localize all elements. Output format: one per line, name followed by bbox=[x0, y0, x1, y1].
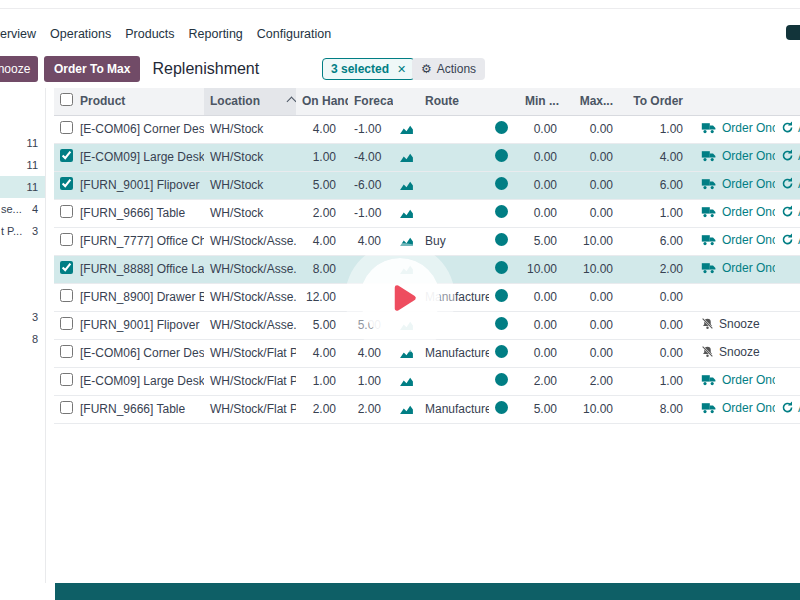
sidebar-item[interactable]: se...4 bbox=[0, 198, 45, 220]
order-once-button[interactable]: Order Once bbox=[701, 149, 775, 163]
order-once-button[interactable]: Order Once bbox=[701, 261, 775, 275]
video-play-overlay[interactable] bbox=[360, 258, 440, 338]
order-once-button[interactable]: Order Once bbox=[701, 205, 775, 219]
row-checkbox[interactable] bbox=[60, 149, 73, 162]
min-cell: 0.00 bbox=[519, 143, 569, 171]
sidebar-item[interactable]: 11 bbox=[0, 176, 45, 198]
sidebar-item[interactable]: 11 bbox=[0, 154, 45, 176]
product-cell: [E-COM09] Large Desk bbox=[74, 367, 204, 395]
header-forecast[interactable]: Forecast bbox=[348, 88, 393, 115]
header-location[interactable]: Location bbox=[204, 88, 296, 115]
refresh-icon bbox=[781, 205, 794, 218]
table-row[interactable]: [FURN_9001] Flipover WH/Stock 5.00 -6.00… bbox=[54, 171, 800, 199]
order-once-button[interactable]: Order Once bbox=[701, 121, 775, 135]
forecast-chart-icon[interactable] bbox=[399, 178, 414, 192]
min-cell: 0.00 bbox=[519, 115, 569, 143]
info-icon[interactable] bbox=[495, 205, 508, 218]
info-icon[interactable] bbox=[495, 373, 508, 386]
forecast-chart-icon[interactable] bbox=[399, 346, 414, 360]
order-once-button[interactable]: Order Once bbox=[701, 373, 775, 387]
table-row[interactable]: [E-COM06] Corner Desk ... WH/Stock/Flat … bbox=[54, 339, 800, 367]
row-checkbox[interactable] bbox=[60, 373, 73, 386]
sidebar-item[interactable]: 8 bbox=[0, 328, 45, 350]
header-min[interactable]: Min ... bbox=[519, 88, 569, 115]
automate-cell bbox=[775, 311, 800, 339]
info-icon[interactable] bbox=[495, 401, 508, 414]
table-row[interactable]: [E-COM06] Corner Desk ... WH/Stock 4.00 … bbox=[54, 115, 800, 143]
info-cell bbox=[489, 283, 519, 311]
table-row[interactable]: [FURN_9666] Table WH/Stock/Flat P... 2.0… bbox=[54, 395, 800, 423]
info-icon[interactable] bbox=[495, 149, 508, 162]
snooze-button[interactable]: Snooze bbox=[0, 56, 38, 82]
messages-icon[interactable] bbox=[786, 25, 800, 40]
forecast-chart-icon[interactable] bbox=[399, 150, 414, 164]
info-icon[interactable] bbox=[495, 121, 508, 134]
row-checkbox[interactable] bbox=[60, 317, 73, 330]
nav-item[interactable]: Operations bbox=[50, 27, 111, 41]
select-all-checkbox[interactable] bbox=[60, 93, 73, 106]
automate-button[interactable]: Aut bbox=[781, 233, 800, 247]
table-row[interactable]: [E-COM09] Large Desk WH/Stock 1.00 -4.00… bbox=[54, 143, 800, 171]
automate-button[interactable]: Aut bbox=[781, 401, 800, 415]
row-checkbox[interactable] bbox=[60, 205, 73, 218]
nav-item[interactable]: Overview bbox=[0, 27, 36, 41]
order-once-button[interactable]: Order Once bbox=[701, 233, 775, 247]
row-checkbox[interactable] bbox=[60, 345, 73, 358]
order-once-label: Order Once bbox=[722, 205, 775, 219]
sidebar-item[interactable]: 3 bbox=[0, 306, 45, 328]
forecast-chart-icon[interactable] bbox=[399, 402, 414, 416]
header-route[interactable]: Route bbox=[419, 88, 489, 115]
table-row[interactable]: [FURN_9666] Table WH/Stock 2.00 -1.00 0.… bbox=[54, 199, 800, 227]
info-icon[interactable] bbox=[495, 233, 508, 246]
sidebar-item[interactable]: t P...3 bbox=[0, 220, 45, 242]
order-once-button[interactable]: Order Once bbox=[701, 177, 775, 191]
to-order-cell: 4.00 bbox=[625, 143, 695, 171]
row-checkbox[interactable] bbox=[60, 401, 73, 414]
clear-selection-icon[interactable]: ✕ bbox=[397, 63, 406, 76]
location-cell: WH/Stock/Asse... bbox=[204, 283, 296, 311]
actions-button[interactable]: ⚙ Actions bbox=[412, 58, 485, 80]
row-checkbox[interactable] bbox=[60, 233, 73, 246]
info-icon[interactable] bbox=[495, 289, 508, 302]
order-once-label: Order Once bbox=[722, 401, 775, 415]
nav-item[interactable]: Reporting bbox=[189, 27, 243, 41]
automate-cell: Aut bbox=[775, 143, 800, 171]
nav-item[interactable]: Configuration bbox=[257, 27, 331, 41]
product-cell: [E-COM09] Large Desk bbox=[74, 143, 204, 171]
automate-button[interactable]: Aut bbox=[781, 121, 800, 135]
forecast-chart-icon[interactable] bbox=[399, 374, 414, 388]
info-icon[interactable] bbox=[495, 261, 508, 274]
table-row[interactable]: [E-COM09] Large Desk WH/Stock/Flat P... … bbox=[54, 367, 800, 395]
snooze-row-button[interactable]: Snooze bbox=[701, 317, 760, 331]
nav-item[interactable]: Products bbox=[125, 27, 174, 41]
info-icon[interactable] bbox=[495, 177, 508, 190]
header-info-spacer bbox=[489, 88, 519, 115]
row-check-cell bbox=[54, 227, 74, 255]
snooze-row-button[interactable]: Snooze bbox=[701, 345, 760, 359]
header-max[interactable]: Max... bbox=[569, 88, 625, 115]
side-group-1: 38 bbox=[0, 306, 45, 350]
automate-button[interactable]: Aut bbox=[781, 149, 800, 163]
forecast-chart-icon[interactable] bbox=[399, 206, 414, 220]
table-row[interactable]: [FURN_7777] Office Chair WH/Stock/Asse..… bbox=[54, 227, 800, 255]
order-to-max-button[interactable]: Order To Max bbox=[44, 56, 140, 82]
header-on-hand[interactable]: On Hand bbox=[296, 88, 348, 115]
row-checkbox[interactable] bbox=[60, 289, 73, 302]
forecast-chart-icon[interactable] bbox=[399, 234, 414, 248]
row-check-cell bbox=[54, 115, 74, 143]
forecast-chart-icon[interactable] bbox=[399, 122, 414, 136]
route-cell: Manufacture bbox=[419, 339, 489, 367]
info-icon[interactable] bbox=[495, 345, 508, 358]
sidebar-item[interactable]: 11 bbox=[0, 132, 45, 154]
header-product[interactable]: Product bbox=[74, 88, 204, 115]
order-once-button[interactable]: Order Once bbox=[701, 401, 775, 415]
row-checkbox[interactable] bbox=[60, 177, 73, 190]
automate-button[interactable]: Aut bbox=[781, 177, 800, 191]
row-checkbox[interactable] bbox=[60, 261, 73, 274]
max-cell: 10.00 bbox=[569, 227, 625, 255]
header-to-order[interactable]: To Order bbox=[625, 88, 695, 115]
automate-button[interactable]: Aut bbox=[781, 205, 800, 219]
route-cell: Buy bbox=[419, 227, 489, 255]
info-icon[interactable] bbox=[495, 317, 508, 330]
row-checkbox[interactable] bbox=[60, 121, 73, 134]
